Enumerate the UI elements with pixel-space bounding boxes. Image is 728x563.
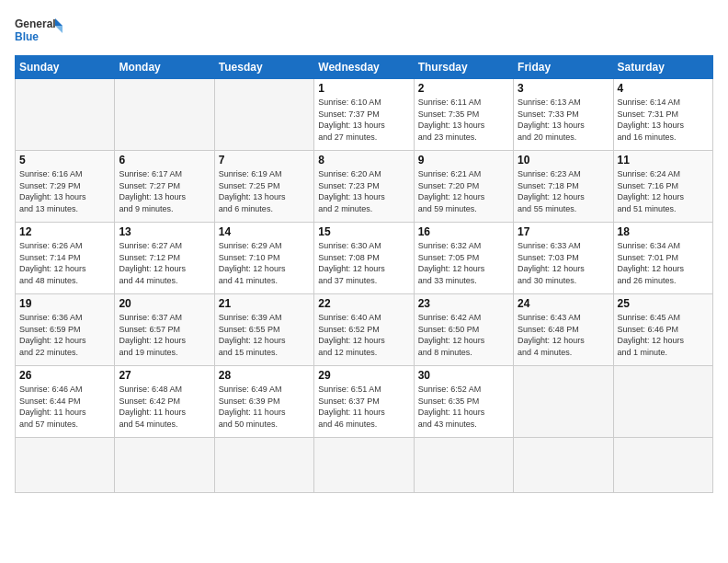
day-info: Sunrise: 6:42 AM Sunset: 6:50 PM Dayligh…	[418, 312, 509, 358]
calendar-cell: 28Sunrise: 6:49 AM Sunset: 6:39 PM Dayli…	[214, 366, 313, 438]
day-info: Sunrise: 6:20 AM Sunset: 7:23 PM Dayligh…	[318, 168, 409, 214]
calendar-table: SundayMondayTuesdayWednesdayThursdayFrid…	[15, 55, 713, 493]
day-number: 22	[318, 297, 409, 310]
calendar-cell: 1Sunrise: 6:10 AM Sunset: 7:37 PM Daylig…	[314, 79, 414, 151]
day-number: 15	[318, 225, 409, 238]
calendar-cell: 12Sunrise: 6:26 AM Sunset: 7:14 PM Dayli…	[16, 223, 115, 294]
day-info: Sunrise: 6:21 AM Sunset: 7:20 PM Dayligh…	[418, 168, 509, 214]
day-info: Sunrise: 6:43 AM Sunset: 6:48 PM Dayligh…	[518, 312, 609, 358]
logo-svg: General Blue	[15, 15, 70, 48]
day-number: 27	[119, 369, 210, 382]
calendar-cell: 16Sunrise: 6:32 AM Sunset: 7:05 PM Dayli…	[414, 223, 513, 294]
day-info: Sunrise: 6:37 AM Sunset: 6:57 PM Dayligh…	[119, 312, 210, 358]
svg-marker-2	[55, 18, 63, 26]
calendar-cell: 20Sunrise: 6:37 AM Sunset: 6:57 PM Dayli…	[115, 294, 214, 366]
day-info: Sunrise: 6:51 AM Sunset: 6:37 PM Dayligh…	[318, 384, 409, 430]
svg-text:General: General	[15, 17, 56, 30]
weekday-header-friday: Friday	[514, 56, 613, 79]
day-info: Sunrise: 6:23 AM Sunset: 7:18 PM Dayligh…	[518, 168, 609, 214]
calendar-cell: 3Sunrise: 6:13 AM Sunset: 7:33 PM Daylig…	[514, 79, 613, 151]
day-number: 25	[618, 297, 709, 310]
weekday-header-sunday: Sunday	[16, 56, 115, 79]
weekday-header-tuesday: Tuesday	[214, 56, 313, 79]
svg-marker-3	[55, 26, 63, 33]
calendar-cell: 23Sunrise: 6:42 AM Sunset: 6:50 PM Dayli…	[414, 294, 513, 366]
calendar-header-row: SundayMondayTuesdayWednesdayThursdayFrid…	[16, 56, 713, 79]
svg-text:Blue: Blue	[15, 30, 39, 43]
calendar-cell	[314, 438, 414, 493]
calendar-row: 19Sunrise: 6:36 AM Sunset: 6:59 PM Dayli…	[16, 294, 713, 366]
calendar-cell	[414, 438, 513, 493]
day-info: Sunrise: 6:30 AM Sunset: 7:08 PM Dayligh…	[318, 240, 409, 286]
calendar-row: 26Sunrise: 6:46 AM Sunset: 6:44 PM Dayli…	[16, 366, 713, 438]
day-info: Sunrise: 6:32 AM Sunset: 7:05 PM Dayligh…	[418, 240, 509, 286]
day-info: Sunrise: 6:24 AM Sunset: 7:16 PM Dayligh…	[618, 168, 709, 214]
day-number: 21	[219, 297, 310, 310]
day-number: 19	[19, 297, 110, 310]
calendar-cell: 11Sunrise: 6:24 AM Sunset: 7:16 PM Dayli…	[613, 151, 712, 223]
calendar-cell: 15Sunrise: 6:30 AM Sunset: 7:08 PM Dayli…	[314, 223, 414, 294]
calendar-cell: 2Sunrise: 6:11 AM Sunset: 7:35 PM Daylig…	[414, 79, 513, 151]
day-number: 26	[19, 369, 110, 382]
day-info: Sunrise: 6:10 AM Sunset: 7:37 PM Dayligh…	[318, 97, 409, 143]
calendar-cell	[16, 79, 115, 151]
weekday-header-thursday: Thursday	[414, 56, 513, 79]
day-info: Sunrise: 6:17 AM Sunset: 7:27 PM Dayligh…	[119, 168, 210, 214]
day-info: Sunrise: 6:26 AM Sunset: 7:14 PM Dayligh…	[19, 240, 110, 286]
calendar-cell	[115, 79, 214, 151]
day-info: Sunrise: 6:49 AM Sunset: 6:39 PM Dayligh…	[219, 384, 310, 430]
day-info: Sunrise: 6:19 AM Sunset: 7:25 PM Dayligh…	[219, 168, 310, 214]
calendar-cell	[613, 366, 712, 438]
calendar-cell: 25Sunrise: 6:45 AM Sunset: 6:46 PM Dayli…	[613, 294, 712, 366]
day-info: Sunrise: 6:29 AM Sunset: 7:10 PM Dayligh…	[219, 240, 310, 286]
day-number: 17	[518, 225, 609, 238]
calendar-cell: 14Sunrise: 6:29 AM Sunset: 7:10 PM Dayli…	[214, 223, 313, 294]
calendar-row: 5Sunrise: 6:16 AM Sunset: 7:29 PM Daylig…	[16, 151, 713, 223]
day-info: Sunrise: 6:33 AM Sunset: 7:03 PM Dayligh…	[518, 240, 609, 286]
calendar-cell: 17Sunrise: 6:33 AM Sunset: 7:03 PM Dayli…	[514, 223, 613, 294]
calendar-cell: 9Sunrise: 6:21 AM Sunset: 7:20 PM Daylig…	[414, 151, 513, 223]
day-number: 3	[518, 82, 609, 95]
day-number: 4	[618, 82, 709, 95]
calendar-cell: 30Sunrise: 6:52 AM Sunset: 6:35 PM Dayli…	[414, 366, 513, 438]
day-number: 8	[318, 154, 409, 167]
day-number: 10	[518, 154, 609, 167]
calendar-cell: 26Sunrise: 6:46 AM Sunset: 6:44 PM Dayli…	[16, 366, 115, 438]
calendar-cell	[514, 438, 613, 493]
calendar-cell: 4Sunrise: 6:14 AM Sunset: 7:31 PM Daylig…	[613, 79, 712, 151]
day-number: 20	[119, 297, 210, 310]
calendar-cell	[214, 79, 313, 151]
calendar-cell: 6Sunrise: 6:17 AM Sunset: 7:27 PM Daylig…	[115, 151, 214, 223]
day-number: 29	[318, 369, 409, 382]
calendar-cell: 10Sunrise: 6:23 AM Sunset: 7:18 PM Dayli…	[514, 151, 613, 223]
calendar-cell: 21Sunrise: 6:39 AM Sunset: 6:55 PM Dayli…	[214, 294, 313, 366]
day-number: 7	[219, 154, 310, 167]
calendar-cell	[514, 366, 613, 438]
day-info: Sunrise: 6:48 AM Sunset: 6:42 PM Dayligh…	[119, 384, 210, 430]
calendar-cell	[214, 438, 313, 493]
day-info: Sunrise: 6:39 AM Sunset: 6:55 PM Dayligh…	[219, 312, 310, 358]
day-number: 14	[219, 225, 310, 238]
day-number: 23	[418, 297, 509, 310]
day-info: Sunrise: 6:46 AM Sunset: 6:44 PM Dayligh…	[19, 384, 110, 430]
calendar-cell	[115, 438, 214, 493]
header: General Blue	[15, 15, 713, 48]
day-info: Sunrise: 6:52 AM Sunset: 6:35 PM Dayligh…	[418, 384, 509, 430]
calendar-cell: 27Sunrise: 6:48 AM Sunset: 6:42 PM Dayli…	[115, 366, 214, 438]
day-number: 16	[418, 225, 509, 238]
day-number: 18	[618, 225, 709, 238]
day-number: 9	[418, 154, 509, 167]
logo: General Blue	[15, 15, 70, 48]
day-number: 28	[219, 369, 310, 382]
calendar-cell	[16, 438, 115, 493]
calendar-cell: 29Sunrise: 6:51 AM Sunset: 6:37 PM Dayli…	[314, 366, 414, 438]
day-number: 12	[19, 225, 110, 238]
day-info: Sunrise: 6:34 AM Sunset: 7:01 PM Dayligh…	[618, 240, 709, 286]
day-info: Sunrise: 6:27 AM Sunset: 7:12 PM Dayligh…	[119, 240, 210, 286]
day-number: 11	[618, 154, 709, 167]
day-number: 30	[418, 369, 509, 382]
day-info: Sunrise: 6:13 AM Sunset: 7:33 PM Dayligh…	[518, 97, 609, 143]
day-info: Sunrise: 6:11 AM Sunset: 7:35 PM Dayligh…	[418, 97, 509, 143]
day-number: 13	[119, 225, 210, 238]
calendar-cell: 22Sunrise: 6:40 AM Sunset: 6:52 PM Dayli…	[314, 294, 414, 366]
